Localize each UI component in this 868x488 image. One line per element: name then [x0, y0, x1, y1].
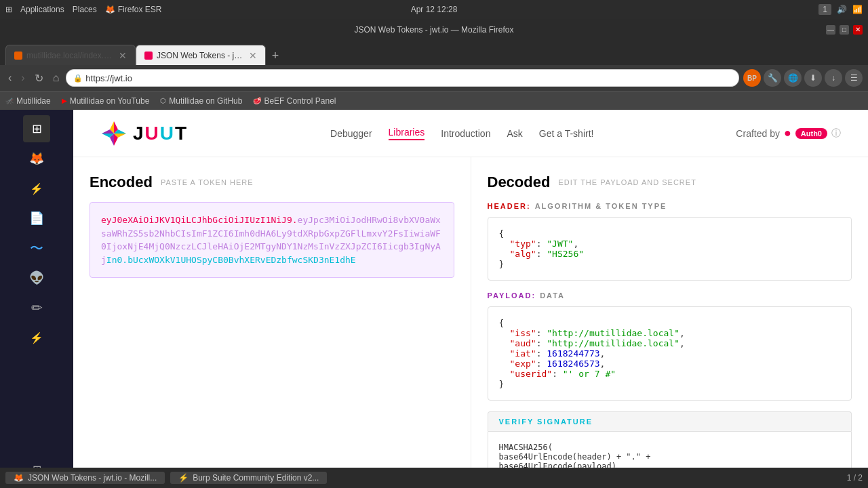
- auth0-badge[interactable]: Auth0: [795, 128, 827, 139]
- crafted-by: Crafted by ● Auth0 ⓘ: [736, 126, 841, 140]
- payload-exp: "exp": 1618246573,: [499, 359, 841, 369]
- page-number: 1 / 2: [847, 473, 863, 483]
- sidebar-item-burp[interactable]: ⚡: [23, 175, 50, 202]
- bookmark-github[interactable]: ⬡ Mutillidae on GitHub: [160, 96, 242, 106]
- browser-titlebar: JSON Web Tokens - jwt.io — Mozilla Firef…: [0, 19, 868, 41]
- taskbar-jwt-label: JSON Web Tokens - jwt.io - Mozill...: [28, 473, 157, 483]
- grid-menu-icon[interactable]: ⊞: [5, 5, 12, 14]
- info-icon: ⓘ: [831, 127, 841, 140]
- tab-close-jwt[interactable]: ✕: [249, 50, 257, 61]
- tool-icon-2[interactable]: 🌐: [784, 69, 802, 87]
- home-button[interactable]: ⌂: [50, 70, 62, 85]
- sidebar: ⊞ 🦊 ⚡ 📄 〜 👽 ✏ ⚡ ⊞: [0, 110, 73, 488]
- sidebar-item-file[interactable]: 📄: [23, 205, 50, 232]
- volume-icon: 🔊: [837, 5, 847, 14]
- token-header-part: eyJ0eXAiOiJKV1QiLCJhbGciOiJIUzI1NiJ9.: [101, 215, 298, 225]
- forward-button[interactable]: ›: [18, 70, 27, 85]
- tab-favicon-mutillidae: [14, 52, 22, 60]
- header-open-brace: {: [499, 228, 841, 239]
- payload-label-text: PAYLOAD:: [488, 291, 536, 300]
- decoded-subtitle: EDIT THE PAYLOAD AND SECRET: [558, 178, 696, 186]
- payload-sub-text: DATA: [540, 291, 565, 300]
- bookmark-mutillidae[interactable]: 🦟 Mutillidae: [5, 96, 51, 106]
- sidebar-item-pencil[interactable]: ✏: [23, 294, 50, 321]
- nav-introduction[interactable]: Introduction: [441, 128, 490, 139]
- payload-userid: "userid": "' or 7 #": [499, 369, 841, 379]
- mutillidae-bm-icon: 🦟: [5, 97, 14, 104]
- decoded-title: Decoded EDIT THE PAYLOAD AND SECRET: [488, 174, 852, 191]
- jwt-nav: Debugger Libraries Introduction Ask Get …: [330, 127, 593, 140]
- taskbar-bottom: 🦊 JSON Web Tokens - jwt.io - Mozill... ⚡…: [0, 468, 868, 488]
- tab-favicon-jwt: [144, 52, 153, 60]
- places-menu[interactable]: Places: [73, 5, 97, 14]
- token-box[interactable]: eyJ0eXAiOiJKV1QiLCJhbGciOiJIUzI1NiJ9.eyJ…: [90, 202, 454, 278]
- nav-ask[interactable]: Ask: [507, 128, 522, 139]
- bookmark-youtube[interactable]: ▶ Mutillidae on YouTube: [62, 96, 150, 106]
- decoded-header-section: HEADER: ALGORITHM & TOKEN TYPE { "typ": …: [488, 202, 852, 281]
- minimize-button[interactable]: —: [826, 25, 835, 35]
- sidebar-item-firefox[interactable]: 🦊: [23, 145, 50, 172]
- address-bar[interactable]: 🔒 https://jwt.io: [66, 69, 739, 87]
- maximize-button[interactable]: □: [840, 25, 849, 35]
- token-signature-part: In0.bUcxWOXkV1UHOSpyCB0BvhXERvEDzbfwcSKD…: [106, 255, 356, 265]
- taskbar-burp[interactable]: ⚡ Burp Suite Community Edition v2...: [170, 472, 327, 484]
- youtube-bm-label: Mutillidae on YouTube: [70, 96, 150, 106]
- payload-decoded-box: { "iss": "http://mutillidae.local", "aud…: [488, 306, 852, 401]
- tab-close-mutillidae[interactable]: ✕: [119, 50, 127, 61]
- lock-icon: 🔒: [73, 74, 83, 83]
- new-tab-button[interactable]: +: [266, 46, 285, 65]
- payload-aud: "aud": "http://mutillidae.local",: [499, 338, 841, 348]
- tab-mutillidae[interactable]: mutillidae.local/index.p... ✕: [5, 45, 136, 65]
- sidebar-item-alien[interactable]: 👽: [23, 264, 50, 291]
- encoded-title: Encoded PASTE A TOKEN HERE: [90, 174, 454, 191]
- close-button[interactable]: ✕: [853, 25, 863, 35]
- jwt-body: Encoded PASTE A TOKEN HERE eyJ0eXAiOiJKV…: [73, 157, 868, 488]
- tool-icon-3[interactable]: ⬇: [804, 69, 822, 87]
- burp-icon[interactable]: BP: [743, 69, 761, 87]
- browser-tabs: mutillidae.local/index.p... ✕ JSON Web T…: [0, 41, 868, 65]
- decoded-panel: Decoded EDIT THE PAYLOAD AND SECRET HEAD…: [471, 157, 869, 488]
- payload-section-label: PAYLOAD: DATA: [488, 291, 852, 300]
- verify-label: VERIFY SIGNATURE: [499, 418, 841, 426]
- header-decoded-box: { "typ": "JWT", "alg": "HS256" }: [488, 217, 852, 281]
- sidebar-item-lightning[interactable]: ⚡: [23, 324, 50, 351]
- browser-title: JSON Web Tokens - jwt.io — Mozilla Firef…: [355, 25, 514, 35]
- header-close-brace: }: [499, 259, 841, 269]
- header-label-text: HEADER:: [488, 202, 531, 210]
- jwt-logo-svg: [100, 120, 127, 147]
- reload-button[interactable]: ↻: [32, 70, 46, 86]
- workspace-num[interactable]: 1: [818, 4, 831, 15]
- header-sub-text: ALGORITHM & TOKEN TYPE: [535, 202, 667, 210]
- os-datetime: Apr 12 12:28: [411, 5, 458, 14]
- taskbar-jwt[interactable]: 🦊 JSON Web Tokens - jwt.io - Mozill...: [5, 472, 165, 484]
- tool-icon-4[interactable]: ↓: [825, 69, 842, 87]
- jwt-site: JUUT Debugger Libraries Introduction Ask…: [73, 110, 868, 488]
- mutillidae-bm-label: Mutillidae: [16, 96, 51, 106]
- browser-window: JSON Web Tokens - jwt.io — Mozilla Firef…: [0, 19, 868, 110]
- nav-shirt[interactable]: Get a T-shirt!: [539, 128, 594, 139]
- header-alg-line: "alg": "HS256": [499, 249, 841, 259]
- nav-libraries[interactable]: Libraries: [389, 127, 425, 140]
- github-bm-icon: ⬡: [160, 97, 166, 104]
- nav-icons: BP 🔧 🌐 ⬇ ↓ ☰: [743, 69, 863, 87]
- encoded-panel: Encoded PASTE A TOKEN HERE eyJ0eXAiOiJKV…: [73, 157, 471, 488]
- tab-label-jwt: JSON Web Tokens - jwt....: [157, 51, 245, 60]
- os-topbar-left: ⊞ Applications Places 🦊 Firefox ESR: [5, 5, 161, 14]
- firefox-menu[interactable]: 🦊 Firefox ESR: [105, 5, 162, 14]
- main-content: JUUT Debugger Libraries Introduction Ask…: [73, 110, 868, 488]
- tool-icon-1[interactable]: 🔧: [764, 69, 781, 87]
- sidebar-item-wave[interactable]: 〜: [23, 235, 50, 262]
- more-button[interactable]: ☰: [845, 69, 863, 87]
- sidebar-item-grid[interactable]: ⊞: [23, 115, 50, 142]
- payload-close-brace: }: [499, 379, 841, 389]
- auth0-logo-icon: ●: [784, 126, 791, 140]
- firefox-icon: 🦊: [105, 5, 115, 14]
- bookmark-beef[interactable]: 🥩 BeEF Control Panel: [253, 96, 336, 106]
- nav-debugger[interactable]: Debugger: [330, 128, 372, 139]
- back-button[interactable]: ‹: [5, 70, 14, 85]
- applications-menu[interactable]: Applications: [20, 5, 64, 14]
- tab-jwt[interactable]: JSON Web Tokens - jwt.... ✕: [136, 45, 266, 65]
- crafted-by-text: Crafted by: [736, 128, 780, 139]
- taskbar-burp-label: Burp Suite Community Edition v2...: [193, 473, 319, 483]
- header-typ-line: "typ": "JWT",: [499, 239, 841, 249]
